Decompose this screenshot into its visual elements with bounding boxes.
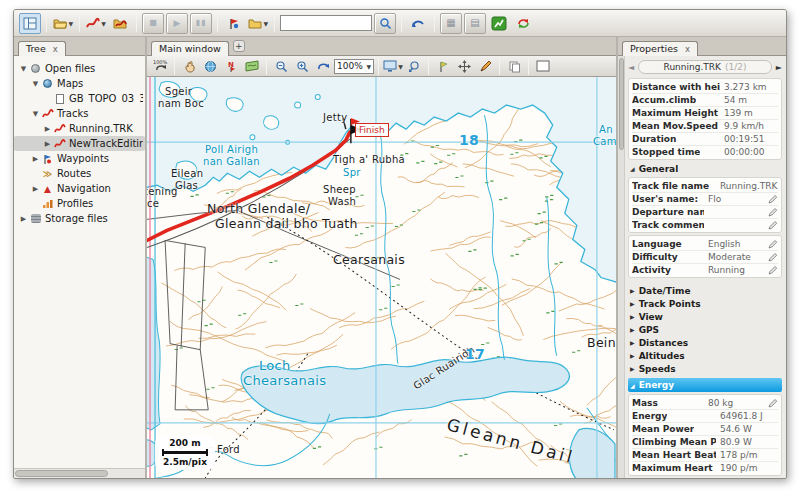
scrollbar-thumb[interactable] — [15, 470, 108, 477]
sync-button[interactable] — [512, 13, 534, 34]
zoom-in-button[interactable] — [292, 57, 312, 75]
move-point-button[interactable] — [454, 57, 474, 75]
map-label: Sgeir — [165, 87, 192, 97]
edit-pencil-icon[interactable] — [768, 265, 778, 275]
search-button[interactable] — [374, 13, 396, 34]
section-speeds[interactable]: ▶Speeds — [628, 362, 782, 375]
tab-properties[interactable]: Properties x — [622, 41, 698, 56]
property-row[interactable]: Departure name: — [632, 205, 778, 218]
tree-item-storage-files[interactable]: ▶ Storage files — [14, 211, 145, 226]
section-date-time[interactable]: ▶Date/Time — [628, 284, 782, 297]
map-canvas[interactable]: Sgeir nam Boc Jetty Poll Airigh nan Gall… — [147, 77, 616, 478]
edit-pencil-icon[interactable] — [768, 194, 778, 204]
property-value: 190 p/m — [716, 463, 778, 473]
globe-button[interactable] — [200, 57, 220, 75]
tree-item-maps[interactable]: ▼ Maps — [14, 76, 145, 91]
open-waypoint-button[interactable]: ▼ — [247, 13, 269, 34]
expander-icon[interactable]: ▶ — [42, 140, 53, 148]
tree-item-waypoints[interactable]: ▶ Waypoints — [14, 151, 145, 166]
property-row[interactable]: LanguageEnglish — [632, 237, 778, 250]
map-tabstrip: Main window + — [147, 37, 616, 56]
zoom-reset-button[interactable]: 100% — [150, 57, 170, 75]
property-row[interactable]: User's name:Flo — [632, 192, 778, 205]
sport-button[interactable] — [488, 13, 510, 34]
properties-scrollbar[interactable] — [618, 56, 625, 478]
tab-main-window[interactable]: Main window — [151, 41, 229, 56]
expander-icon[interactable]: ▶ — [30, 155, 41, 163]
property-row: Track file nameRunning.TRK — [632, 179, 778, 192]
flag-tool-button[interactable] — [433, 57, 453, 75]
zoom-level-select[interactable]: 100% ▼ — [334, 59, 374, 74]
section-general[interactable]: ◢General — [628, 162, 782, 175]
refresh-button[interactable] — [313, 57, 333, 75]
tree-item-running-trk[interactable]: ▶ Running.TRK — [14, 121, 145, 136]
edit-pencil-icon[interactable] — [768, 252, 778, 262]
section-gps[interactable]: ▶GPS — [628, 323, 782, 336]
properties-tab-close-icon[interactable]: x — [685, 44, 690, 54]
pan-hand-button[interactable] — [179, 57, 199, 75]
tree-horizontal-scrollbar[interactable] — [14, 468, 145, 478]
track-selector-box[interactable]: Running.TRK (1/2) — [638, 60, 772, 74]
section-distances[interactable]: ▶Distances — [628, 336, 782, 349]
expander-icon[interactable]: ▶ — [42, 125, 53, 133]
copy-button[interactable] — [504, 57, 524, 75]
add-tab-button[interactable]: + — [233, 40, 245, 52]
tree-item-profiles[interactable]: Profiles — [14, 196, 145, 211]
tab-tree[interactable]: Tree x — [18, 41, 66, 56]
expander-icon[interactable]: ▼ — [18, 65, 29, 73]
property-row[interactable]: DifficultyModerate — [632, 250, 778, 263]
undo-button[interactable] — [407, 13, 429, 34]
screen-select-button[interactable]: ▼ — [383, 57, 403, 75]
property-label: User's name: — [632, 194, 698, 204]
section-altitudes[interactable]: ▶Altitudes — [628, 349, 782, 362]
property-row: Accum.climb54 m — [632, 93, 778, 106]
property-row[interactable]: ActivityRunning — [632, 263, 778, 276]
tree-item-newtrackediting2-trk[interactable]: ▶ NewTrackEditing2.TRK — [14, 136, 145, 151]
prev-track-button[interactable]: ◄ — [628, 63, 634, 72]
tree-item-open-files[interactable]: ▼ Open files — [14, 61, 145, 76]
property-label: Distance with height — [632, 82, 720, 92]
section-label: GPS — [639, 325, 659, 335]
edit-pencil-icon[interactable] — [768, 398, 778, 408]
new-track-button[interactable]: ▼ — [85, 13, 107, 34]
expander-icon[interactable]: ▶ — [18, 215, 29, 223]
stop-icon: ■ — [149, 19, 157, 27]
zoom-window-button[interactable] — [404, 57, 424, 75]
tree-item-label: Storage files — [45, 213, 108, 224]
property-row[interactable]: Mass80 kg — [632, 396, 778, 409]
section-track-points[interactable]: ▶Track Points — [628, 297, 782, 310]
section-energy[interactable]: ◢Energy — [628, 378, 782, 392]
expander-icon[interactable]: ▼ — [30, 80, 41, 88]
3d-view-button[interactable]: ▦ — [440, 13, 462, 34]
tree-item-routes[interactable]: ≫ Routes — [14, 166, 145, 181]
tree-item-map-file[interactable]: GB_TOPO_03_31_420.rtn — [14, 91, 145, 106]
property-label: Mean Heart Beat — [632, 450, 716, 460]
pause-button[interactable]: ▮▮ — [190, 13, 212, 34]
edit-pencil-icon[interactable] — [768, 207, 778, 217]
tree-item-navigation[interactable]: ▶ ▲ Navigation — [14, 181, 145, 196]
new-waypoint-button[interactable] — [223, 13, 245, 34]
play-button[interactable]: ▶ — [166, 13, 188, 34]
expander-icon[interactable]: ▶ — [30, 185, 41, 193]
edit-pencil-icon[interactable] — [768, 220, 778, 230]
list-view-button[interactable]: ▤ — [464, 13, 486, 34]
waypoint-n-button[interactable]: N — [221, 57, 241, 75]
property-row[interactable]: Track comments: — [632, 218, 778, 231]
next-track-button[interactable]: ► — [776, 63, 782, 72]
new-window-button[interactable] — [533, 57, 553, 75]
search-input[interactable] — [280, 15, 372, 31]
open-file-button[interactable]: ▼ — [52, 13, 74, 34]
zoom-out-button[interactable] — [271, 57, 291, 75]
section-view[interactable]: ▶View — [628, 310, 782, 323]
edit-pencil-icon[interactable] — [768, 239, 778, 249]
toggle-tree-button[interactable] — [19, 13, 41, 34]
stop-button[interactable]: ■ — [142, 13, 164, 34]
property-value: 00:00:00 — [720, 147, 778, 157]
expander-icon[interactable]: ▼ — [30, 110, 41, 118]
pen-tool-button[interactable] — [475, 57, 495, 75]
tree-item-tracks[interactable]: ▼ Tracks — [14, 106, 145, 121]
scrollbar-thumb[interactable] — [619, 58, 624, 150]
tree-tab-close-icon[interactable]: x — [53, 44, 58, 54]
open-track-button[interactable] — [109, 13, 131, 34]
land-button[interactable] — [242, 57, 262, 75]
